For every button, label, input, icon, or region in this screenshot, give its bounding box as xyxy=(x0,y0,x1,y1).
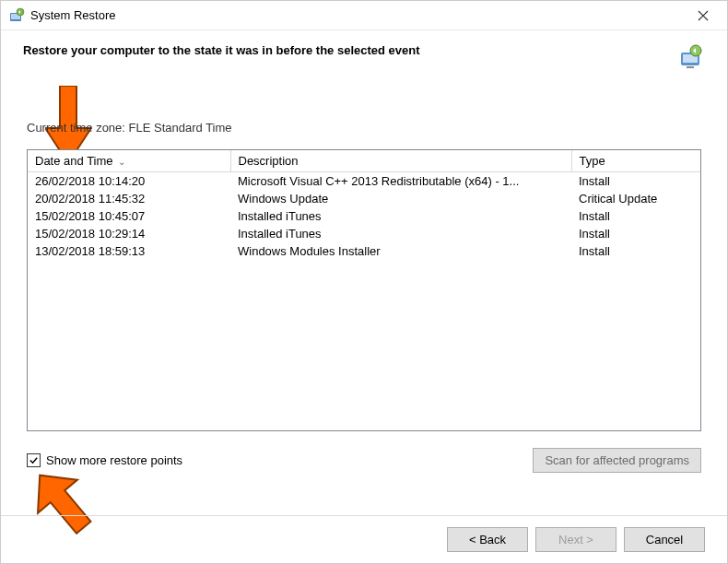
cell-date: 26/02/2018 10:14:20 xyxy=(28,172,230,191)
cell-type: Install xyxy=(571,242,700,260)
chevron-down-icon: ⌄ xyxy=(118,157,125,167)
table-row[interactable]: 15/02/2018 10:29:14 Installed iTunes Ins… xyxy=(28,225,700,242)
cell-date: 15/02/2018 10:29:14 xyxy=(28,225,230,242)
page-subtitle: Restore your computer to the state it wa… xyxy=(23,43,664,57)
cell-desc: Microsoft Visual C++ 2013 Redistributabl… xyxy=(230,172,571,191)
window-title: System Restore xyxy=(30,8,683,22)
cancel-button[interactable]: Cancel xyxy=(624,527,705,552)
column-description[interactable]: Description xyxy=(230,150,571,172)
show-more-label: Show more restore points xyxy=(46,453,182,467)
cell-type: Install xyxy=(571,172,700,191)
timezone-label: Current time zone: FLE Standard Time xyxy=(27,121,701,135)
cell-desc: Installed iTunes xyxy=(230,207,571,225)
wizard-footer: < Back Next > Cancel xyxy=(1,515,727,563)
cell-date: 13/02/2018 18:59:13 xyxy=(28,242,230,260)
table-row[interactable]: 13/02/2018 18:59:13 Windows Modules Inst… xyxy=(28,242,700,260)
table-row[interactable]: 15/02/2018 10:45:07 Installed iTunes Ins… xyxy=(28,207,700,225)
cell-desc: Installed iTunes xyxy=(230,225,571,242)
column-type[interactable]: Type xyxy=(571,150,700,172)
checkbox-icon xyxy=(27,453,41,467)
cell-date: 15/02/2018 10:45:07 xyxy=(28,207,230,225)
next-button[interactable]: Next > xyxy=(535,527,616,552)
show-more-checkbox[interactable]: Show more restore points xyxy=(27,453,182,467)
table-header-row: Date and Time ⌄ Description Type xyxy=(28,150,700,172)
titlebar: System Restore xyxy=(1,1,727,30)
scan-affected-button[interactable]: Scan for affected programs xyxy=(533,448,701,473)
cell-date: 20/02/2018 11:45:32 xyxy=(28,190,230,207)
svg-rect-5 xyxy=(687,66,694,68)
close-button[interactable] xyxy=(683,3,723,29)
content-area: Current time zone: FLE Standard Time Dat… xyxy=(1,76,727,515)
restore-header-icon xyxy=(675,43,705,69)
system-restore-icon xyxy=(8,7,25,24)
column-date-time[interactable]: Date and Time ⌄ xyxy=(28,150,230,172)
cell-type: Install xyxy=(571,207,700,225)
restore-points-table: Date and Time ⌄ Description Type 26/02/2… xyxy=(27,149,701,431)
below-table-row: Show more restore points Scan for affect… xyxy=(27,448,701,484)
column-date-label: Date and Time xyxy=(35,154,113,168)
cell-type: Critical Update xyxy=(571,190,700,207)
cell-type: Install xyxy=(571,225,700,242)
table-row[interactable]: 20/02/2018 11:45:32 Windows Update Criti… xyxy=(28,190,700,207)
back-button[interactable]: < Back xyxy=(447,527,528,552)
system-restore-window: System Restore Restore your computer to … xyxy=(0,0,728,564)
cell-desc: Windows Update xyxy=(230,190,571,207)
header: Restore your computer to the state it wa… xyxy=(1,30,727,76)
table-row[interactable]: 26/02/2018 10:14:20 Microsoft Visual C++… xyxy=(28,172,700,191)
cell-desc: Windows Modules Installer xyxy=(230,242,571,260)
